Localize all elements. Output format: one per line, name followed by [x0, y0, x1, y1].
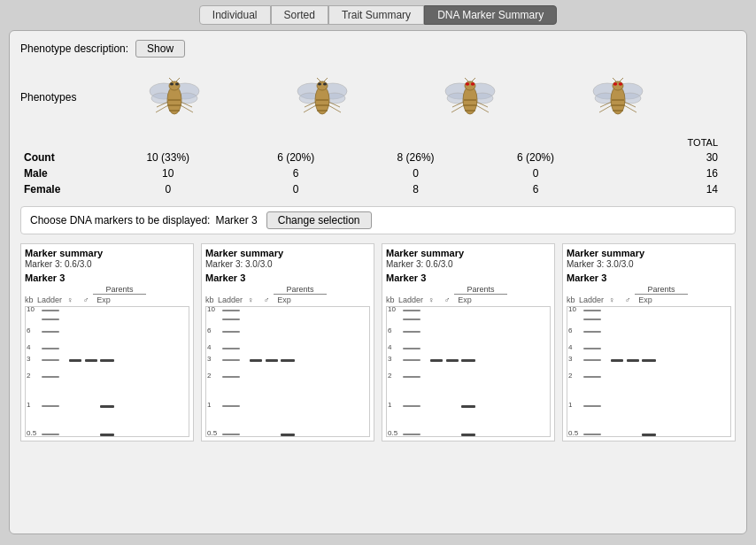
tab-dna-marker-summary[interactable]: DNA Marker Summary — [424, 5, 557, 25]
svg-line-11 — [169, 78, 173, 81]
row-c2: 6 (20%) — [235, 150, 355, 165]
gel-panel-4: Marker summaryMarker 3: 3.0/3.0Marker 3P… — [562, 243, 736, 441]
kb-label: 2 — [207, 372, 211, 380]
main-content: Phenotype description: Show Phenotypes — [9, 30, 747, 534]
kb-label: 10 — [568, 305, 576, 313]
gel-band — [42, 310, 59, 311]
gel-panel-title: Marker summary — [386, 248, 551, 258]
svg-line-62 — [613, 78, 616, 81]
gel-band — [611, 359, 623, 362]
tab-trait-summary[interactable]: Trait Summary — [328, 5, 424, 25]
row-label: Count — [20, 150, 100, 165]
total-header: TOTAL — [596, 135, 736, 150]
exp-col-label: Exp — [455, 296, 474, 304]
fly-icon-1 — [148, 66, 201, 128]
gel-band — [222, 376, 240, 378]
parents-label: Parents — [411, 285, 551, 295]
gel-col-headers: kb Ladder ♀ ♂ Exp — [25, 296, 189, 304]
gel-band — [281, 359, 295, 362]
gel-col-headers: kb Ladder ♀ ♂ Exp — [567, 296, 731, 304]
gel-band — [69, 359, 81, 362]
gel-panel-subtitle: Marker 3: 3.0/3.0 — [205, 259, 370, 269]
parents-label: Parents — [230, 285, 370, 295]
col-header-label — [20, 135, 100, 150]
tab-sorted[interactable]: Sorted — [271, 5, 328, 25]
kb-label: 4 — [27, 343, 30, 351]
row-c3: 8 (26%) — [356, 150, 475, 165]
gel-band — [100, 434, 114, 436]
gel-band — [42, 331, 59, 333]
svg-point-58 — [618, 82, 621, 86]
kb-label: 4 — [207, 343, 211, 351]
col-header-3 — [356, 135, 475, 150]
gel-band — [583, 331, 601, 333]
svg-line-63 — [620, 78, 623, 81]
kb-label: 6 — [568, 326, 572, 334]
tab-individual[interactable]: Individual — [199, 5, 271, 25]
gel-panel-title: Marker summary — [25, 248, 189, 258]
show-button[interactable]: Show — [135, 40, 185, 58]
ladder-col-label: Ladder — [398, 296, 423, 304]
kb-label: 2 — [27, 372, 30, 380]
gel-band — [642, 359, 656, 362]
kb-label: 0.5 — [27, 429, 36, 437]
gel-band — [583, 434, 601, 435]
row-c2: 6 — [235, 165, 355, 181]
table-row: Count 10 (33%) 6 (20%) 8 (26%) 6 (20%) 3… — [20, 150, 736, 165]
change-selection-button[interactable]: Change selection — [266, 211, 372, 229]
row-c4: 0 — [475, 165, 595, 181]
marker-name: Marker 3 — [215, 214, 257, 226]
gel-band — [281, 434, 295, 436]
female-col-label: ♀ — [604, 296, 620, 304]
gel-band — [222, 310, 240, 311]
svg-point-24 — [323, 83, 327, 86]
fly-icon-4 — [591, 66, 644, 128]
gel-band — [583, 359, 601, 361]
row-label: Female — [20, 181, 100, 197]
kb-label: 1 — [207, 401, 211, 409]
kb-col-label: kb — [386, 296, 398, 304]
kb-label: 1 — [568, 401, 572, 409]
kb-label: 2 — [388, 372, 391, 380]
gel-band — [222, 434, 240, 435]
gel-band — [403, 359, 420, 361]
kb-col-label: kb — [205, 296, 218, 304]
gel-band — [446, 359, 459, 362]
svg-point-23 — [318, 83, 321, 86]
gel-band — [42, 405, 59, 407]
phenotype-desc-label: Phenotype description: — [20, 42, 128, 55]
exp-col-label: Exp — [636, 296, 655, 304]
kb-label: 3 — [207, 355, 211, 363]
row-c1: 0 — [100, 181, 235, 197]
row-label: Male — [20, 165, 100, 181]
col-header-2 — [235, 135, 355, 150]
row-c3: 8 — [356, 181, 475, 197]
female-col-label: ♀ — [243, 296, 258, 304]
ladder-col-label: Ladder — [37, 296, 62, 304]
gel-band — [266, 359, 278, 362]
kb-label: 0.5 — [568, 429, 578, 437]
gel-band — [583, 319, 601, 320]
gel-band — [42, 376, 59, 378]
fly-2 — [269, 66, 375, 128]
gel-band — [461, 434, 475, 436]
gel-band — [403, 405, 420, 407]
svg-line-46 — [472, 78, 475, 81]
exp-col-label: Exp — [94, 296, 113, 304]
male-col-label: ♂ — [258, 296, 274, 304]
svg-point-57 — [613, 82, 616, 86]
col-header-4 — [475, 135, 595, 150]
gel-band — [627, 359, 639, 362]
kb-label: 3 — [27, 355, 30, 363]
male-col-label: ♂ — [78, 296, 94, 304]
kb-label: 10 — [207, 305, 215, 313]
phenotype-desc-row: Phenotype description: Show — [20, 40, 736, 58]
gel-band — [403, 348, 420, 349]
gel-panel-subtitle: Marker 3: 3.0/3.0 — [567, 259, 731, 269]
parents-label: Parents — [50, 285, 189, 295]
row-total: 16 — [596, 165, 736, 181]
female-col-label: ♀ — [62, 296, 78, 304]
gel-band — [222, 319, 240, 320]
gel-marker-label: Marker 3 — [386, 272, 551, 283]
row-total: 30 — [596, 150, 736, 165]
